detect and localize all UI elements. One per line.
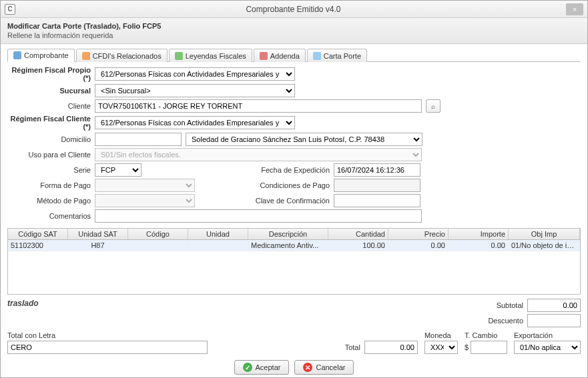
- label-domicilio: Domicilio: [7, 135, 91, 143]
- label-moneda: Moneda: [424, 331, 458, 339]
- body: Comprobante CFDI's Relacionados Leyendas…: [1, 44, 587, 377]
- tab-cfdi-relacionados[interactable]: CFDI's Relacionados: [76, 49, 168, 62]
- tab-leyendas-fiscales[interactable]: Leyendas Fiscales: [169, 49, 252, 62]
- col-unidad[interactable]: Unidad: [188, 229, 248, 239]
- cell-descripcion: Medicamento Antiv...: [248, 240, 328, 251]
- window: C Comprobante Emitido v4.0 × Modificar C…: [0, 0, 588, 378]
- label-descuento: Descuento: [477, 317, 523, 325]
- label-tcambio: T. Cambio: [465, 331, 507, 339]
- label-metodo-pago: Método de Pago: [7, 197, 91, 205]
- accept-button[interactable]: ✓ Aceptar: [234, 360, 290, 375]
- label-comentarios: Comentarios: [7, 212, 91, 220]
- cancel-button[interactable]: ✕ Cancelar: [294, 360, 354, 375]
- label-fecha-expedicion: Fecha de Expedición: [250, 166, 330, 174]
- cell-codigo-sat: 51102300: [8, 240, 68, 251]
- select-regimen-cliente[interactable]: 612/Personas Físicas con Actividades Emp…: [95, 116, 295, 129]
- items-grid: Código SAT Unidad SAT Código Unidad Desc…: [7, 228, 581, 295]
- tab-comprobante[interactable]: Comprobante: [7, 49, 75, 62]
- page-subtitle: Rellene la información requerida: [7, 31, 581, 39]
- cell-codigo: [128, 240, 188, 251]
- titlebar: C Comprobante Emitido v4.0 ×: [1, 1, 587, 18]
- input-clave-confirmacion[interactable]: [334, 194, 420, 207]
- cell-cantidad: 100.00: [328, 240, 388, 251]
- cell-importe: 0.00: [449, 240, 509, 251]
- tabs: Comprobante CFDI's Relacionados Leyendas…: [7, 48, 581, 62]
- grid-body[interactable]: 51102300 H87 Medicamento Antiv... 100.00…: [8, 240, 580, 294]
- link-icon: [82, 52, 90, 60]
- currency-symbol: $: [465, 343, 469, 351]
- bottom-row: Total con Letra Total Moneda XXX T. Camb…: [7, 331, 581, 354]
- cell-obj-imp: 01/No objeto de im...: [509, 240, 580, 251]
- cell-precio: 0.00: [388, 240, 449, 251]
- window-title: Comprobante Emitido v4.0: [21, 5, 566, 14]
- tab-carta-porte[interactable]: Carta Porte: [307, 49, 367, 62]
- select-regimen-propio[interactable]: 612/Personas Físicas con Actividades Emp…: [95, 67, 295, 81]
- input-total-letra[interactable]: [7, 341, 208, 354]
- input-tcambio[interactable]: [471, 341, 507, 354]
- tab-label: Comprobante: [24, 51, 69, 59]
- addenda-icon: [260, 52, 268, 60]
- col-precio[interactable]: Precio: [388, 229, 449, 239]
- label-uso-cliente: Uso para el Cliente: [7, 151, 91, 159]
- label-exportacion: Exportación: [514, 331, 581, 339]
- input-condiciones-pago: [334, 179, 420, 192]
- note-icon: [175, 52, 183, 60]
- select-sucursal[interactable]: <Sin Sucursal>: [95, 84, 295, 97]
- select-forma-pago: [95, 179, 195, 192]
- grid-header: Código SAT Unidad SAT Código Unidad Desc…: [8, 229, 580, 240]
- col-codigo-sat[interactable]: Código SAT: [8, 229, 68, 239]
- select-moneda[interactable]: XXX: [424, 341, 458, 354]
- input-comentarios[interactable]: [95, 209, 422, 223]
- input-total[interactable]: [364, 341, 418, 354]
- input-domicilio-short[interactable]: [95, 133, 182, 146]
- input-subtotal[interactable]: [527, 299, 581, 312]
- label-total: Total: [314, 343, 360, 351]
- label-sucursal: Sucursal: [7, 87, 91, 95]
- col-cantidad[interactable]: Cantidad: [328, 229, 388, 239]
- cell-unidad: [188, 240, 248, 251]
- cancel-label: Cancelar: [316, 363, 345, 371]
- label-total-letra: Total con Letra: [7, 331, 208, 339]
- label-forma-pago: Forma de Pago: [7, 181, 91, 189]
- tab-addenda[interactable]: Addenda: [254, 49, 306, 62]
- select-metodo-pago: [95, 194, 195, 207]
- label-regimen-propio: Régimen Fiscal Propio (*): [7, 66, 91, 82]
- table-row[interactable]: 51102300 H87 Medicamento Antiv... 100.00…: [8, 240, 580, 251]
- app-icon: C: [5, 4, 15, 15]
- select-uso-cliente: S01/Sin efectos fiscales.: [95, 148, 422, 161]
- check-icon: ✓: [243, 363, 252, 372]
- label-subtotal: Subtotal: [477, 301, 523, 309]
- input-fecha-expedicion[interactable]: [334, 163, 420, 177]
- search-icon: ⌕: [431, 103, 435, 110]
- page-title: Modificar Carta Porte (Traslado), Folio …: [7, 22, 581, 30]
- totals-area: traslado Subtotal Descuento: [7, 299, 581, 327]
- label-condiciones-pago: Condiciones de Pago: [250, 181, 330, 189]
- col-codigo[interactable]: Código: [128, 229, 188, 239]
- select-exportacion[interactable]: 01/No aplica: [514, 341, 581, 354]
- search-client-button[interactable]: ⌕: [426, 99, 440, 113]
- tab-label: Leyendas Fiscales: [186, 52, 246, 60]
- traslado-label: traslado: [7, 299, 463, 308]
- col-importe[interactable]: Importe: [449, 229, 509, 239]
- document-icon: [13, 51, 21, 59]
- close-button[interactable]: ×: [566, 3, 583, 15]
- label-regimen-cliente: Régimen Fiscal Cliente (*): [7, 115, 91, 131]
- label-clave-confirmacion: Clave de Confirmación: [250, 197, 330, 205]
- header-strip: Modificar Carta Porte (Traslado), Folio …: [1, 18, 587, 44]
- input-descuento[interactable]: [527, 314, 581, 327]
- form-area: Régimen Fiscal Propio (*) 612/Personas F…: [7, 66, 581, 223]
- input-cliente[interactable]: [95, 99, 422, 113]
- tab-label: Addenda: [270, 52, 300, 60]
- accept-label: Aceptar: [256, 363, 281, 371]
- cancel-icon: ✕: [303, 363, 312, 372]
- col-unidad-sat[interactable]: Unidad SAT: [68, 229, 128, 239]
- footer: ✓ Aceptar ✕ Cancelar: [7, 354, 581, 377]
- tab-label: CFDI's Relacionados: [93, 52, 162, 60]
- col-descripcion[interactable]: Descripción: [248, 229, 328, 239]
- select-serie[interactable]: FCP: [95, 163, 141, 177]
- label-cliente: Cliente: [7, 102, 91, 110]
- cell-unidad-sat: H87: [68, 240, 128, 251]
- select-domicilio[interactable]: Soledad de Graciano Sánchez San Luis Pot…: [186, 133, 422, 146]
- truck-icon: [313, 52, 321, 60]
- col-obj-imp[interactable]: Obj Imp: [509, 229, 580, 239]
